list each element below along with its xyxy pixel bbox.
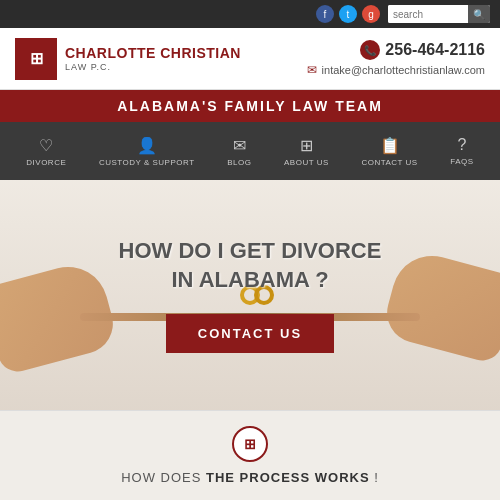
header: ⊞ Charlotte Christian Law P.C. 📞 256-464… [0,28,500,90]
faqs-icon: ? [458,136,467,154]
bottom-logo-symbol: ⊞ [244,436,256,452]
bottom-logo: ⊞ [232,426,268,462]
bottom-title-end: ! [370,470,379,485]
nav-item-divorce[interactable]: ♡ Divorce [18,131,74,172]
social-icons: f t g [316,5,380,23]
googleplus-icon[interactable]: g [362,5,380,23]
facebook-icon[interactable]: f [316,5,334,23]
search-box[interactable]: 🔍 [388,5,490,23]
hero-title-line1: How Do I Get Divorce [119,238,382,263]
hero-title: How Do I Get Divorce In Alabama ? [119,237,382,294]
logo-area: ⊞ Charlotte Christian Law P.C. [15,38,307,80]
nav-item-faqs[interactable]: ? FAQs [442,131,481,171]
navigation: ♡ Divorce 👤 Custody & Support ✉ Blog ⊞ A… [0,122,500,180]
nav-item-about[interactable]: ⊞ About Us [276,131,337,172]
phone-icon: 📞 [360,40,380,60]
nav-item-custody[interactable]: 👤 Custody & Support [91,131,203,172]
search-button[interactable]: 🔍 [468,5,490,23]
firm-name: Charlotte Christian [65,45,241,62]
top-bar: f t g 🔍 [0,0,500,28]
hero-content: How Do I Get Divorce In Alabama ? Contac… [104,222,397,368]
bottom-title: How Does The Process Works ! [121,470,379,485]
nav-item-blog[interactable]: ✉ Blog [219,131,259,172]
custody-icon: 👤 [137,136,157,155]
about-icon: ⊞ [300,136,313,155]
logo-box: ⊞ [15,38,57,80]
nav-label-blog: Blog [227,158,251,167]
contact-us-button[interactable]: Contact Us [166,314,334,353]
phone-text: 256-464-2116 [385,41,485,59]
nav-label-faqs: FAQs [450,157,473,166]
hero-title-line2: In Alabama ? [171,267,328,292]
search-input[interactable] [388,5,468,23]
phone-number: 📞 256-464-2116 [360,40,485,60]
email-icon: ✉ [307,63,317,77]
email-info: ✉ intake@charlottechristianlaw.com [307,63,485,77]
divorce-icon: ♡ [39,136,53,155]
bottom-section: ⊞ How Does The Process Works ! [0,410,500,500]
twitter-icon[interactable]: t [339,5,357,23]
contact-info: 📞 256-464-2116 ✉ intake@charlottechristi… [307,40,485,77]
firm-sub: Law P.C. [65,62,241,73]
nav-label-about: About Us [284,158,329,167]
logo-symbol: ⊞ [30,49,43,68]
nav-item-contact[interactable]: 📋 Contact Us [353,131,425,172]
banner-tagline: Alabama's Family Law Team [117,98,383,114]
nav-label-divorce: Divorce [26,158,66,167]
bottom-title-bold: The Process Works [206,470,370,485]
nav-label-custody: Custody & Support [99,158,195,167]
hero-section: How Do I Get Divorce In Alabama ? Contac… [0,180,500,410]
bottom-title-plain: How Does [121,470,206,485]
contact-nav-icon: 📋 [380,136,400,155]
logo-text: Charlotte Christian Law P.C. [65,45,241,73]
nav-label-contact: Contact Us [361,158,417,167]
email-text: intake@charlottechristianlaw.com [322,64,485,76]
blog-icon: ✉ [233,136,246,155]
red-banner: Alabama's Family Law Team [0,90,500,122]
